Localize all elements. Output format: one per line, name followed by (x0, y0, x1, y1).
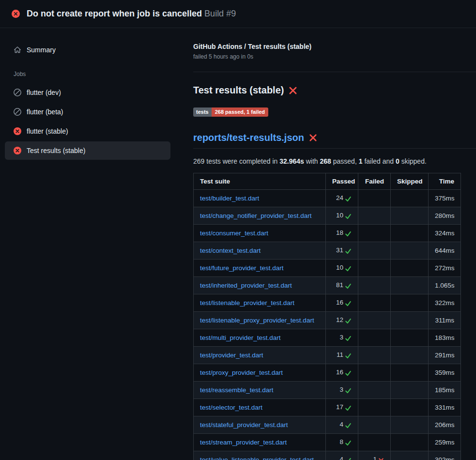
passed-cell: 3 (326, 382, 358, 399)
failed-cell (358, 329, 391, 347)
sidebar-job-label: flutter (dev) (27, 89, 61, 96)
table-row: test/proxy_provider_test.dart16359ms (194, 364, 461, 382)
test-suite-link[interactable]: test/change_notifier_provider_test.dart (200, 212, 311, 219)
time-cell: 644ms (429, 242, 461, 260)
skipped-cell (391, 207, 429, 225)
test-suite-link[interactable]: test/inherited_provider_test.dart (200, 282, 292, 289)
check-icon (345, 212, 352, 220)
test-suite-link[interactable]: test/value_listenable_provider_test.dart (200, 456, 314, 460)
time-cell: 311ms (429, 312, 461, 329)
col-failed: Failed (358, 173, 391, 190)
skipped-cell (391, 190, 429, 207)
time-cell: 272ms (429, 260, 461, 277)
time-cell: 331ms (429, 399, 461, 416)
sidebar-job-label: flutter (beta) (27, 108, 63, 116)
table-row: test/stream_provider_test.dart8259ms (194, 434, 461, 451)
suite-cell: test/stateful_provider_test.dart (194, 416, 326, 434)
summary-skipped-count: 0 (396, 157, 399, 165)
check-icon (345, 264, 352, 273)
time-cell: 1.065s (429, 277, 461, 294)
divider (193, 72, 476, 72)
table-row: test/change_notifier_provider_test.dart1… (194, 207, 461, 225)
time-cell: 302ms (429, 451, 461, 460)
circle-slash-icon (14, 108, 21, 116)
table-row: test/listenable_proxy_provider_test.dart… (194, 312, 461, 329)
test-suite-link[interactable]: test/provider_test.dart (200, 352, 263, 359)
test-suite-link[interactable]: test/future_provider_test.dart (200, 264, 284, 272)
check-icon (345, 230, 352, 238)
suite-cell: test/value_listenable_provider_test.dart (194, 451, 326, 460)
failed-cell (358, 347, 391, 364)
run-title-text: Do not create report when job is cancell… (27, 9, 202, 18)
time-cell: 185ms (429, 382, 461, 399)
failed-cell (358, 260, 391, 277)
test-suite-link[interactable]: test/listenable_provider_test.dart (200, 299, 294, 307)
suite-cell: test/builder_test.dart (194, 190, 326, 207)
failed-cell (358, 416, 391, 434)
time-cell: 259ms (429, 434, 461, 451)
summary-text: skipped. (399, 157, 427, 165)
passed-cell: 16 (326, 364, 358, 382)
tests-badge: tests 268 passed, 1 failed (193, 107, 268, 117)
failed-cell (358, 434, 391, 451)
table-row: test/value_listenable_provider_test.dart… (194, 451, 461, 460)
jobs-list: flutter (dev)flutter (beta)flutter (stab… (0, 83, 193, 160)
passed-cell: 3 (326, 329, 358, 347)
passed-cell: 10 (326, 207, 358, 225)
check-icon (345, 299, 352, 307)
check-title: Test results (stable) (193, 85, 476, 96)
passed-cell: 4 (326, 451, 358, 460)
test-suite-link[interactable]: test/stateful_provider_test.dart (200, 421, 288, 429)
table-row: test/builder_test.dart24375ms (194, 190, 461, 207)
test-suite-link[interactable]: test/context_test.dart (200, 247, 261, 254)
passed-cell: 18 (326, 225, 358, 242)
breadcrumb: GitHub Actions / Test results (stable) (193, 43, 476, 50)
report-link[interactable]: reports/test-results.json (193, 132, 304, 143)
failed-cell (358, 294, 391, 312)
passed-cell: 24 (326, 190, 358, 207)
red-x-icon (289, 86, 297, 95)
table-row: test/stateful_provider_test.dart4206ms (194, 416, 461, 434)
sidebar-job-flutter-dev[interactable]: flutter (dev) (5, 83, 170, 102)
check-icon (345, 421, 352, 429)
suite-cell: test/stream_provider_test.dart (194, 434, 326, 451)
home-icon (14, 46, 21, 54)
time-cell: 206ms (429, 416, 461, 434)
sidebar-item-summary[interactable]: Summary (5, 41, 170, 59)
sidebar-job-test-results-stable[interactable]: Test results (stable) (5, 141, 170, 160)
table-header-row: Test suite Passed Failed Skipped Time (194, 173, 461, 190)
test-suite-link[interactable]: test/reassemble_test.dart (200, 386, 274, 394)
failed-cell (358, 399, 391, 416)
suite-cell: test/reassemble_test.dart (194, 382, 326, 399)
test-suite-link[interactable]: test/proxy_provider_test.dart (200, 369, 283, 376)
col-test-suite: Test suite (194, 173, 326, 190)
test-suite-link[interactable]: test/multi_provider_test.dart (200, 334, 281, 341)
sidebar-job-flutter-stable[interactable]: flutter (stable) (5, 122, 170, 140)
sidebar-job-flutter-beta[interactable]: flutter (beta) (5, 103, 170, 121)
test-suite-link[interactable]: test/selector_test.dart (200, 404, 262, 411)
test-suite-link[interactable]: test/stream_provider_test.dart (200, 439, 287, 446)
sidebar-job-label: flutter (stable) (27, 127, 68, 135)
table-row: test/listenable_provider_test.dart16322m… (194, 294, 461, 312)
summary-line: 269 tests were completed in 32.964s with… (193, 157, 476, 165)
test-suite-link[interactable]: test/consumer_test.dart (200, 230, 268, 237)
red-x-icon (309, 134, 317, 142)
summary-duration: 32.964s (279, 157, 304, 165)
test-suite-link[interactable]: test/listenable_proxy_provider_test.dart (200, 317, 314, 324)
build-number: Build #9 (204, 9, 236, 18)
skipped-cell (391, 242, 429, 260)
run-title: Do not create report when job is cancell… (27, 9, 236, 19)
passed-cell: 8 (326, 434, 358, 451)
summary-text: 269 tests were completed in (193, 157, 279, 165)
skipped-cell (391, 312, 429, 329)
jobs-heading: Jobs (14, 71, 193, 77)
run-header: Do not create report when job is cancell… (0, 0, 476, 28)
failed-cell: 1 (358, 451, 391, 460)
suite-cell: test/listenable_provider_test.dart (194, 294, 326, 312)
suite-cell: test/inherited_provider_test.dart (194, 277, 326, 294)
check-icon (345, 386, 352, 395)
passed-cell: 17 (326, 399, 358, 416)
passed-cell: 12 (326, 312, 358, 329)
skipped-cell (391, 347, 429, 364)
test-suite-link[interactable]: test/builder_test.dart (200, 195, 259, 202)
